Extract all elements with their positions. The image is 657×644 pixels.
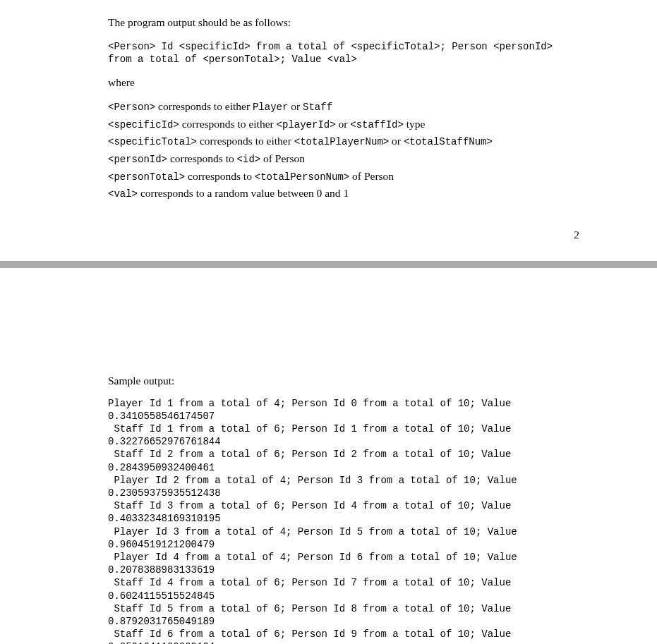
corr-token: <val> <box>108 188 138 200</box>
corr-line: <specificTotal> corresponds to either <t… <box>108 133 560 150</box>
corr-code1: <totalPersonNum> <box>255 171 349 183</box>
corr-sep: or <box>336 118 351 130</box>
corr-trail: type <box>404 118 426 130</box>
corr-code2: <staffId> <box>350 119 404 130</box>
corr-token: <Person> <box>108 102 155 113</box>
corr-code2: Staff <box>303 102 332 113</box>
where-label: where <box>108 75 560 90</box>
corr-token: <specificTotal> <box>108 136 197 147</box>
corr-mid: corresponds to either <box>197 135 294 147</box>
corr-line: <val> corresponds to a random value betw… <box>108 186 560 202</box>
corr-code1: Player <box>253 102 288 113</box>
corr-code1: <playerId> <box>277 119 336 130</box>
output-format-line: <Person> Id <specificId> from a total of… <box>108 40 560 66</box>
page-break <box>0 261 657 268</box>
corr-trail: of Person <box>260 152 305 164</box>
page-upper: The program output should be as follows:… <box>0 16 657 202</box>
corr-token: <personId> <box>108 154 167 165</box>
corr-line: <personTotal> corresponds to <totalPerso… <box>108 169 560 185</box>
corr-mid: corresponds to either <box>179 118 277 130</box>
intro-text: The program output should be as follows: <box>108 16 560 30</box>
sample-output-block: Player Id 1 from a total of 4; Person Id… <box>108 397 560 644</box>
corr-line: <personId> corresponds to <id> of Person <box>108 151 560 167</box>
corr-code1: <id> <box>237 154 261 165</box>
corr-sep: or <box>389 135 404 147</box>
corr-mid: corresponds to a random value between 0 … <box>138 187 349 199</box>
correspondence-list: <Person> corresponds to either Player or… <box>108 99 560 202</box>
corr-token: <specificId> <box>108 119 179 130</box>
corr-mid: corresponds to <box>185 170 255 182</box>
corr-token: <personTotal> <box>108 171 185 183</box>
page-lower: Sample output: Player Id 1 from a total … <box>0 374 657 644</box>
corr-line: <Person> corresponds to either Player or… <box>108 99 560 115</box>
corr-mid: corresponds to either <box>155 100 253 112</box>
corr-code1: <totalPlayerNum> <box>294 136 389 147</box>
corr-code2: <totalStaffNum> <box>404 136 493 147</box>
sample-output-heading: Sample output: <box>108 374 560 389</box>
corr-mid: corresponds to <box>167 152 237 164</box>
corr-sep: or <box>288 100 303 112</box>
corr-trail: of Person <box>349 170 394 182</box>
page-number: 2 <box>0 229 657 241</box>
corr-line: <specificId> corresponds to either <play… <box>108 116 560 133</box>
